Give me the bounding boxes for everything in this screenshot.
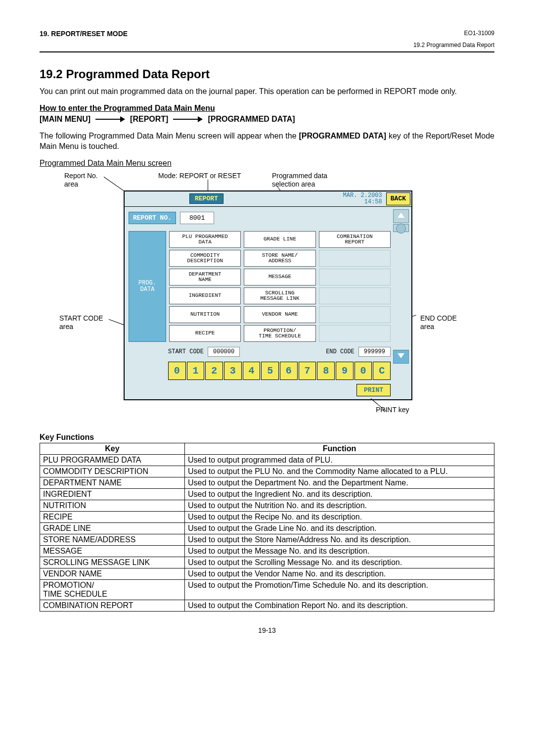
kf-key: DEPARTMENT NAME <box>40 477 185 488</box>
header-subsection: 19.2 Programmed Data Report <box>40 42 494 48</box>
scroll-down-button[interactable] <box>393 350 409 364</box>
kf-function: Used to output the Scrolling Message No.… <box>185 557 494 568</box>
keypad-key-0[interactable]: 0 <box>168 362 186 380</box>
print-button[interactable]: PRINT <box>356 384 391 396</box>
nav-main-menu: [MAIN MENU] <box>40 115 90 124</box>
kf-key: VENDOR NAME <box>40 568 185 579</box>
datetime: MAR. 2.2003 14:58 <box>340 191 385 206</box>
menu-key[interactable]: VENDOR NAME <box>244 306 315 323</box>
keypad-key-7[interactable]: 7 <box>299 362 316 380</box>
menu-key[interactable]: NUTRITION <box>169 306 241 323</box>
kf-function: Used to output programmed data of PLU. <box>185 454 494 466</box>
menu-key[interactable]: RECIPE <box>169 325 241 342</box>
kf-function: Used to output the Recipe No. and its de… <box>185 511 494 522</box>
callout-mode: Mode: REPORT or RESET <box>158 172 241 180</box>
kf-function: Used to output the Nutrition No. and its… <box>185 500 494 511</box>
keypad-key-1[interactable]: 1 <box>187 362 205 380</box>
key-functions-table: Key Function PLU PROGRAMMED DATAUsed to … <box>40 443 494 612</box>
mode-indicator: REPORT <box>189 193 223 204</box>
kf-function: Used to output the PLU No. and the Commo… <box>185 466 494 477</box>
menu-key <box>319 250 391 267</box>
keypad-key-2[interactable]: 2 <box>205 362 223 380</box>
screen-caption: Programmed Data Main Menu screen <box>40 159 494 168</box>
keypad-key-0[interactable]: 0 <box>355 362 372 380</box>
menu-key[interactable]: GRADE LINE <box>244 231 315 248</box>
startcode-label: START CODE <box>168 348 204 355</box>
nav-report: [REPORT] <box>130 115 168 124</box>
callout-reportno: Report No. area <box>64 172 98 189</box>
kf-key: COMMODITY DESCRIPTION <box>40 466 185 477</box>
menu-key[interactable]: STORE NAME/ ADDRESS <box>244 250 315 267</box>
kf-key: COMBINATION REPORT <box>40 600 185 611</box>
explain-paragraph: The following Programmed Data Main Menu … <box>40 131 494 152</box>
menu-key[interactable]: SCROLLING MESSAGE LINK <box>244 287 315 304</box>
kf-function: Used to output the Grade Line No. and it… <box>185 522 494 534</box>
intro-paragraph: You can print out main programmed data o… <box>40 86 494 97</box>
kf-function: Used to output the Ingredient No. and it… <box>185 488 494 500</box>
header-chapter: 19. REPORT/RESET MODE <box>40 30 128 38</box>
kf-key: STORE NAME/ADDRESS <box>40 534 185 545</box>
callout-endcode: END CODE area <box>420 314 457 331</box>
nav-flow: [MAIN MENU] [REPORT] [PROGRAMMED DATA] <box>40 115 494 124</box>
arrow-icon <box>95 116 125 123</box>
menu-key <box>319 287 391 304</box>
back-button[interactable]: BACK <box>386 192 410 205</box>
triangle-down-icon <box>398 353 404 358</box>
menu-key[interactable]: PLU PROGRAMMED DATA <box>169 231 241 248</box>
explain-key: [PROGRAMMED DATA] <box>299 132 386 140</box>
table-row: DEPARTMENT NAMEUsed to output the Depart… <box>40 477 494 488</box>
keypad-key-C[interactable]: C <box>373 362 391 380</box>
kf-key: NUTRITION <box>40 500 185 511</box>
screen-panel: REPORT MAR. 2.2003 14:58 BACK REPORT NO.… <box>124 190 412 400</box>
kf-function: Used to output the Message No. and its d… <box>185 545 494 557</box>
menu-key <box>319 269 391 285</box>
keypad-key-3[interactable]: 3 <box>224 362 242 380</box>
keypad-key-8[interactable]: 8 <box>317 362 335 380</box>
circle-icon <box>396 224 406 234</box>
menu-key[interactable]: COMMODITY DESCRIPTION <box>169 250 241 267</box>
menu-key[interactable]: INGREDIENT <box>169 287 241 304</box>
menu-key[interactable]: COMBINATION REPORT <box>319 231 391 248</box>
table-head-key: Key <box>40 443 185 454</box>
startcode-value[interactable]: 000000 <box>208 347 240 357</box>
table-row: SCROLLING MESSAGE LINKUsed to output the… <box>40 557 494 568</box>
table-row: STORE NAME/ADDRESSUsed to output the Sto… <box>40 534 494 545</box>
triangle-up-icon <box>398 213 404 218</box>
reportno-label: REPORT NO. <box>129 212 176 224</box>
progdata-label: PROG. DATA <box>129 231 166 342</box>
kf-key: GRADE LINE <box>40 522 185 534</box>
endcode-value[interactable]: 999999 <box>358 347 391 357</box>
menu-key[interactable]: MESSAGE <box>244 269 315 285</box>
table-row: COMBINATION REPORTUsed to output the Com… <box>40 600 494 611</box>
kf-function: Used to output the Store Name/Address No… <box>185 534 494 545</box>
kf-key: SCROLLING MESSAGE LINK <box>40 557 185 568</box>
callout-progdata: Programmed data selection area <box>272 172 327 189</box>
menu-key <box>319 306 391 323</box>
table-row: INGREDIENTUsed to output the Ingredient … <box>40 488 494 500</box>
scroll-up-button[interactable] <box>393 209 409 223</box>
kf-key: RECIPE <box>40 511 185 522</box>
header-rule <box>40 51 494 52</box>
keypad-key-9[interactable]: 9 <box>336 362 354 380</box>
table-row: PLU PROGRAMMED DATAUsed to output progra… <box>40 454 494 466</box>
screen-diagram: Report No. area Mode: REPORT or RESET Pr… <box>40 171 494 428</box>
kf-function: Used to output the Combination Report No… <box>185 600 494 611</box>
menu-key[interactable]: DEPARTMENT NAME <box>169 269 241 285</box>
scroll-indicator <box>393 224 409 232</box>
kf-key: PROMOTION/ TIME SCHEDULE <box>40 579 185 600</box>
kf-key: MESSAGE <box>40 545 185 557</box>
arrow-icon <box>173 116 203 123</box>
menu-key[interactable]: PROMOTION/ TIME SCHEDULE <box>244 325 315 342</box>
keypad-key-6[interactable]: 6 <box>280 362 298 380</box>
table-row: MESSAGEUsed to output the Message No. an… <box>40 545 494 557</box>
kf-function: Used to output the Vendor Name No. and i… <box>185 568 494 579</box>
reportno-value[interactable]: 8001 <box>180 212 214 224</box>
page-number: 19-13 <box>40 626 494 634</box>
keypad-key-5[interactable]: 5 <box>261 362 279 380</box>
kf-key: PLU PROGRAMMED DATA <box>40 454 185 466</box>
table-row: NUTRITIONUsed to output the Nutrition No… <box>40 500 494 511</box>
table-row: PROMOTION/ TIME SCHEDULEUsed to output t… <box>40 579 494 600</box>
keypad-key-4[interactable]: 4 <box>243 362 261 380</box>
explain-text: The following Programmed Data Main Menu … <box>40 132 299 140</box>
callout-startcode: START CODE area <box>59 314 103 331</box>
